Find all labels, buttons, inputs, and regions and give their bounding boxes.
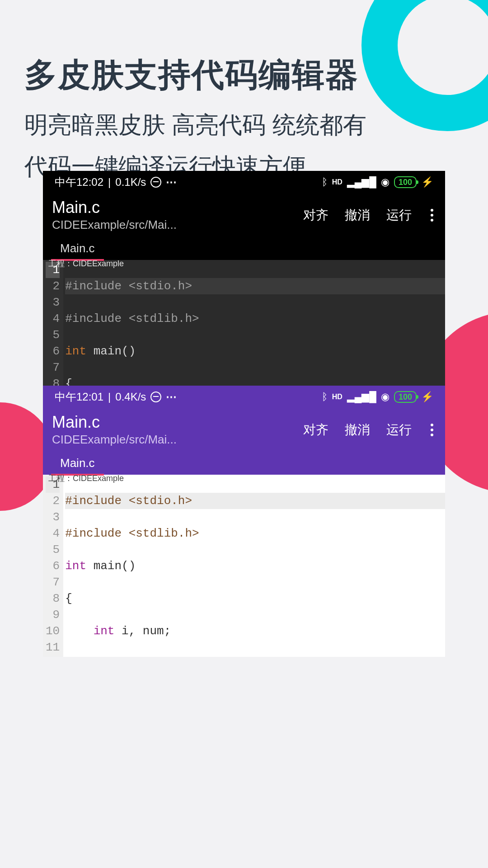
more-icon: ⋯ bbox=[166, 176, 178, 189]
statusbar-light: 中午12:01 | 0.4K/s ⋯ ᛒ HD ▂▄▆█ ◉ 100 ⚡ bbox=[43, 386, 445, 408]
code-light[interactable]: #include <stdio.h> #include <stdlib.h> i… bbox=[63, 475, 445, 657]
undo-button[interactable]: 撤消 bbox=[345, 421, 370, 439]
signal-icon: ▂▄▆█ bbox=[347, 391, 376, 403]
align-button[interactable]: 对齐 bbox=[303, 207, 328, 224]
headline-title: 多皮肤支持代码编辑器 bbox=[24, 53, 366, 97]
run-button[interactable]: 运行 bbox=[386, 421, 412, 439]
phone-light: 中午12:01 | 0.4K/s ⋯ ᛒ HD ▂▄▆█ ◉ 100 ⚡ Mai… bbox=[43, 386, 445, 657]
status-speed: 0.4K/s bbox=[115, 391, 146, 403]
tab-row-light: Main.c 工程：CIDEExample bbox=[43, 450, 445, 475]
file-title: Main.c bbox=[52, 413, 177, 432]
hd-icon: HD bbox=[332, 178, 343, 186]
statusbar-dark: 中午12:02 | 0.1K/s ⋯ ᛒ HD ▂▄▆█ ◉ 100 ⚡ bbox=[43, 171, 445, 193]
tab-main-c[interactable]: Main.c bbox=[51, 453, 104, 475]
tab-main-c[interactable]: Main.c bbox=[51, 238, 104, 260]
phone-dark: 中午12:02 | 0.1K/s ⋯ ᛒ HD ▂▄▆█ ◉ 100 ⚡ Mai… bbox=[43, 171, 445, 386]
project-label: 工程：CIDEExample bbox=[48, 258, 124, 269]
charging-icon: ⚡ bbox=[421, 391, 433, 403]
more-icon: ⋯ bbox=[166, 391, 178, 403]
battery-icon: 100 bbox=[394, 176, 417, 188]
code-area-light[interactable]: 1 2 3 4 5 6 7 8 9 10 11 12 13 14 #includ… bbox=[43, 475, 445, 657]
align-button[interactable]: 对齐 bbox=[303, 421, 328, 439]
code-dark[interactable]: #include <stdio.h> #include <stdlib.h> i… bbox=[63, 260, 445, 386]
file-path: CIDEExample/src/Mai... bbox=[52, 218, 177, 232]
hd-icon: HD bbox=[332, 393, 343, 401]
tab-row-dark: Main.c 工程：CIDEExample bbox=[43, 236, 445, 260]
battery-icon: 100 bbox=[394, 391, 417, 403]
charging-icon: ⚡ bbox=[421, 176, 433, 188]
appbar-light: Main.c CIDEExample/src/Mai... 对齐 撤消 运行 bbox=[43, 408, 445, 450]
bluetooth-icon: ᛒ bbox=[322, 391, 328, 403]
run-button[interactable]: 运行 bbox=[386, 207, 412, 224]
undo-button[interactable]: 撤消 bbox=[345, 207, 370, 224]
overflow-menu-icon[interactable] bbox=[428, 209, 436, 222]
overflow-menu-icon[interactable] bbox=[428, 424, 436, 436]
signal-icon: ▂▄▆█ bbox=[347, 176, 376, 188]
appbar-dark: Main.c CIDEExample/src/Mai... 对齐 撤消 运行 bbox=[43, 193, 445, 236]
gutter-dark: 1 2 3 4 5 6 7 8 9 10 11 12 bbox=[43, 260, 63, 386]
dnd-icon bbox=[150, 177, 161, 188]
status-speed: 0.1K/s bbox=[115, 176, 146, 189]
headline-block: 多皮肤支持代码编辑器 明亮暗黑皮肤 高亮代码 统统都有 代码一键编译运行快速方便 bbox=[24, 53, 366, 183]
status-time: 中午12:01 bbox=[55, 390, 103, 404]
headline-sub1: 明亮暗黑皮肤 高亮代码 统统都有 bbox=[24, 109, 366, 141]
wifi-icon: ◉ bbox=[381, 176, 389, 188]
project-label: 工程：CIDEExample bbox=[48, 473, 124, 484]
decorative-circle-cyan bbox=[361, 0, 488, 131]
gutter-light: 1 2 3 4 5 6 7 8 9 10 11 12 13 14 bbox=[43, 475, 63, 657]
wifi-icon: ◉ bbox=[381, 391, 389, 403]
file-title: Main.c bbox=[52, 198, 177, 217]
bluetooth-icon: ᛒ bbox=[322, 176, 328, 188]
status-time: 中午12:02 bbox=[55, 175, 103, 189]
dnd-icon bbox=[150, 392, 161, 402]
code-area-dark[interactable]: 1 2 3 4 5 6 7 8 9 10 11 12 #include <std… bbox=[43, 260, 445, 386]
file-path: CIDEExample/src/Mai... bbox=[52, 433, 177, 447]
